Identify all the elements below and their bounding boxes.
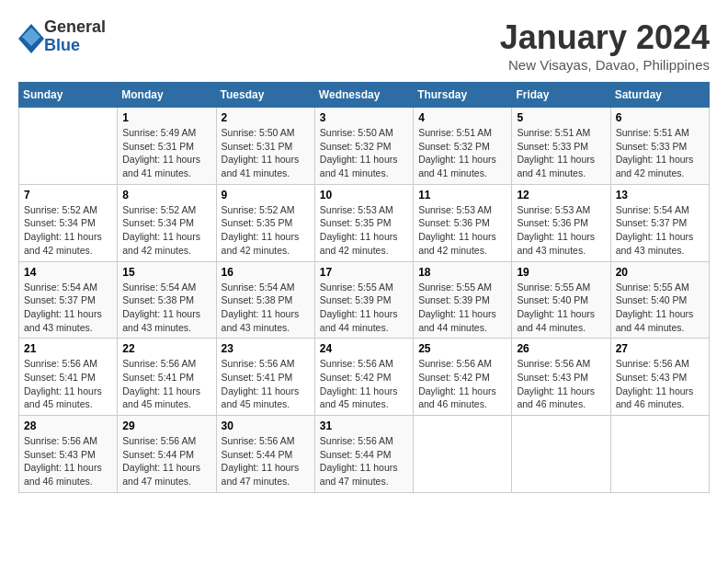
day-info: Sunrise: 5:51 AM Sunset: 5:33 PM Dayligh… (517, 126, 605, 180)
day-number: 25 (418, 342, 506, 355)
day-info: Sunrise: 5:56 AM Sunset: 5:44 PM Dayligh… (122, 434, 210, 488)
month-title: January 2024 (500, 18, 710, 57)
day-info: Sunrise: 5:53 AM Sunset: 5:35 PM Dayligh… (320, 203, 408, 258)
day-number: 22 (122, 342, 210, 355)
day-info: Sunrise: 5:52 AM Sunset: 5:35 PM Dayligh… (222, 203, 310, 258)
calendar-cell: 9Sunrise: 5:52 AM Sunset: 5:35 PM Daylig… (216, 184, 314, 261)
day-info: Sunrise: 5:56 AM Sunset: 5:43 PM Dayligh… (616, 357, 704, 411)
day-number: 15 (122, 266, 210, 279)
day-number: 12 (517, 189, 605, 201)
day-number: 30 (222, 419, 310, 432)
day-info: Sunrise: 5:50 AM Sunset: 5:31 PM Dayligh… (222, 126, 310, 180)
calendar-cell: 29Sunrise: 5:56 AM Sunset: 5:44 PM Dayli… (118, 416, 216, 493)
day-info: Sunrise: 5:52 AM Sunset: 5:34 PM Dayligh… (24, 203, 112, 258)
calendar-cell: 8Sunrise: 5:52 AM Sunset: 5:34 PM Daylig… (118, 184, 216, 261)
day-info: Sunrise: 5:52 AM Sunset: 5:34 PM Dayligh… (122, 203, 210, 258)
calendar-cell: 5Sunrise: 5:51 AM Sunset: 5:33 PM Daylig… (512, 108, 610, 185)
day-info: Sunrise: 5:50 AM Sunset: 5:32 PM Dayligh… (320, 126, 408, 180)
day-number: 21 (24, 342, 112, 355)
day-number: 19 (517, 266, 605, 279)
day-info: Sunrise: 5:51 AM Sunset: 5:33 PM Dayligh… (616, 126, 704, 180)
calendar-cell: 28Sunrise: 5:56 AM Sunset: 5:43 PM Dayli… (19, 416, 118, 493)
calendar-cell: 18Sunrise: 5:55 AM Sunset: 5:39 PM Dayli… (414, 261, 512, 339)
calendar-cell: 17Sunrise: 5:55 AM Sunset: 5:39 PM Dayli… (314, 261, 413, 339)
calendar-cell: 4Sunrise: 5:51 AM Sunset: 5:32 PM Daylig… (414, 108, 512, 185)
day-info: Sunrise: 5:56 AM Sunset: 5:41 PM Dayligh… (24, 357, 112, 411)
calendar-cell: 13Sunrise: 5:54 AM Sunset: 5:37 PM Dayli… (610, 184, 709, 261)
day-info: Sunrise: 5:54 AM Sunset: 5:37 PM Dayligh… (616, 203, 704, 258)
day-info: Sunrise: 5:56 AM Sunset: 5:42 PM Dayligh… (320, 357, 408, 411)
calendar-cell: 31Sunrise: 5:56 AM Sunset: 5:44 PM Dayli… (314, 416, 413, 493)
calendar-cell: 25Sunrise: 5:56 AM Sunset: 5:42 PM Dayli… (414, 339, 512, 416)
logo: General Blue (18, 18, 106, 55)
day-number: 5 (517, 111, 605, 124)
day-info: Sunrise: 5:54 AM Sunset: 5:38 PM Dayligh… (222, 281, 310, 335)
day-number: 2 (222, 111, 310, 124)
calendar-cell: 7Sunrise: 5:52 AM Sunset: 5:34 PM Daylig… (19, 184, 118, 261)
day-info: Sunrise: 5:56 AM Sunset: 5:43 PM Dayligh… (24, 434, 112, 488)
logo-icon (18, 24, 40, 50)
calendar-cell: 24Sunrise: 5:56 AM Sunset: 5:42 PM Dayli… (314, 339, 413, 416)
day-number: 6 (616, 111, 704, 124)
day-info: Sunrise: 5:56 AM Sunset: 5:41 PM Dayligh… (222, 357, 310, 411)
day-number: 16 (222, 266, 310, 279)
calendar-week-row: 21Sunrise: 5:56 AM Sunset: 5:41 PM Dayli… (19, 339, 710, 416)
day-info: Sunrise: 5:51 AM Sunset: 5:32 PM Dayligh… (418, 126, 506, 180)
day-number: 31 (320, 419, 408, 432)
day-number: 8 (122, 189, 210, 201)
logo-general: General (44, 18, 106, 37)
weekday-header: Monday (118, 83, 216, 108)
calendar-cell: 14Sunrise: 5:54 AM Sunset: 5:37 PM Dayli… (19, 261, 118, 339)
day-info: Sunrise: 5:54 AM Sunset: 5:38 PM Dayligh… (122, 281, 210, 335)
calendar-table: SundayMondayTuesdayWednesdayThursdayFrid… (18, 82, 710, 493)
calendar-cell: 20Sunrise: 5:55 AM Sunset: 5:40 PM Dayli… (610, 261, 709, 339)
day-number: 29 (122, 419, 210, 432)
day-number: 24 (320, 342, 408, 355)
calendar-cell: 19Sunrise: 5:55 AM Sunset: 5:40 PM Dayli… (512, 261, 610, 339)
calendar-cell: 30Sunrise: 5:56 AM Sunset: 5:44 PM Dayli… (216, 416, 314, 493)
calendar-cell: 22Sunrise: 5:56 AM Sunset: 5:41 PM Dayli… (118, 339, 216, 416)
calendar-week-row: 28Sunrise: 5:56 AM Sunset: 5:43 PM Dayli… (19, 416, 710, 493)
day-number: 26 (517, 342, 605, 355)
weekday-header: Tuesday (216, 83, 314, 108)
day-number: 1 (122, 111, 210, 124)
day-number: 20 (616, 266, 704, 279)
calendar-week-row: 7Sunrise: 5:52 AM Sunset: 5:34 PM Daylig… (19, 184, 710, 261)
location: New Visayas, Davao, Philippines (500, 57, 710, 73)
day-number: 7 (24, 189, 112, 201)
calendar-cell: 10Sunrise: 5:53 AM Sunset: 5:35 PM Dayli… (314, 184, 413, 261)
day-info: Sunrise: 5:53 AM Sunset: 5:36 PM Dayligh… (517, 203, 605, 258)
day-number: 14 (24, 266, 112, 279)
day-number: 28 (24, 419, 112, 432)
day-info: Sunrise: 5:56 AM Sunset: 5:41 PM Dayligh… (122, 357, 210, 411)
day-info: Sunrise: 5:56 AM Sunset: 5:42 PM Dayligh… (418, 357, 506, 411)
weekday-header-row: SundayMondayTuesdayWednesdayThursdayFrid… (19, 83, 710, 108)
calendar-cell (512, 416, 610, 493)
day-info: Sunrise: 5:53 AM Sunset: 5:36 PM Dayligh… (418, 203, 506, 258)
weekday-header: Friday (512, 83, 610, 108)
title-block: January 2024 New Visayas, Davao, Philipp… (500, 18, 710, 73)
calendar-cell: 12Sunrise: 5:53 AM Sunset: 5:36 PM Dayli… (512, 184, 610, 261)
day-info: Sunrise: 5:56 AM Sunset: 5:44 PM Dayligh… (320, 434, 408, 488)
calendar-cell: 27Sunrise: 5:56 AM Sunset: 5:43 PM Dayli… (610, 339, 709, 416)
calendar-cell: 16Sunrise: 5:54 AM Sunset: 5:38 PM Dayli… (216, 261, 314, 339)
calendar-week-row: 1Sunrise: 5:49 AM Sunset: 5:31 PM Daylig… (19, 108, 710, 185)
day-info: Sunrise: 5:55 AM Sunset: 5:39 PM Dayligh… (320, 281, 408, 335)
day-number: 27 (616, 342, 704, 355)
day-number: 4 (418, 111, 506, 124)
day-number: 10 (320, 189, 408, 201)
day-info: Sunrise: 5:55 AM Sunset: 5:40 PM Dayligh… (616, 281, 704, 335)
day-info: Sunrise: 5:55 AM Sunset: 5:40 PM Dayligh… (517, 281, 605, 335)
day-number: 3 (320, 111, 408, 124)
day-number: 23 (222, 342, 310, 355)
day-info: Sunrise: 5:49 AM Sunset: 5:31 PM Dayligh… (122, 126, 210, 180)
day-info: Sunrise: 5:54 AM Sunset: 5:37 PM Dayligh… (24, 281, 112, 335)
weekday-header: Wednesday (314, 83, 413, 108)
day-number: 11 (418, 189, 506, 201)
calendar-cell: 2Sunrise: 5:50 AM Sunset: 5:31 PM Daylig… (216, 108, 314, 185)
day-info: Sunrise: 5:56 AM Sunset: 5:43 PM Dayligh… (517, 357, 605, 411)
day-number: 18 (418, 266, 506, 279)
calendar-cell: 3Sunrise: 5:50 AM Sunset: 5:32 PM Daylig… (314, 108, 413, 185)
day-info: Sunrise: 5:56 AM Sunset: 5:44 PM Dayligh… (222, 434, 310, 488)
day-number: 9 (222, 189, 310, 201)
